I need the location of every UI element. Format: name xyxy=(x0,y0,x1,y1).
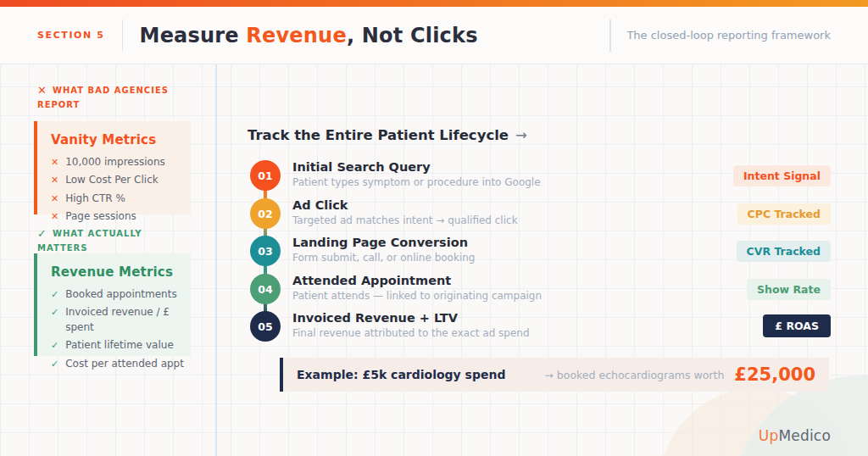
step-number-badge: 05 xyxy=(250,311,281,342)
step-description: Patient attends — linked to originating … xyxy=(292,290,542,302)
step-title: Ad Click xyxy=(292,198,518,212)
check-icon: ✓ xyxy=(51,288,58,302)
x-icon: ✕ xyxy=(37,84,47,97)
lifecycle-heading: Track the Entire Patient Lifecycle→ xyxy=(248,127,527,143)
page-title-highlight: Revenue xyxy=(246,24,347,47)
example-connector-text: → booked echocardiograms worth xyxy=(544,369,724,381)
badge-intent-signal: Intent Signal xyxy=(733,165,831,186)
vertical-guide-line xyxy=(215,64,217,456)
step-text: Initial Search Query Patient types sympt… xyxy=(292,160,541,188)
step-title: Initial Search Query xyxy=(292,160,541,174)
step-number-badge: 01 xyxy=(250,160,281,191)
header-divider xyxy=(122,19,123,52)
x-icon: ✕ xyxy=(51,210,58,224)
step-description: Patient types symptom or procedure into … xyxy=(292,176,541,188)
lifecycle-heading-text: Track the Entire Patient Lifecycle xyxy=(248,127,509,143)
header-subtitle-divider xyxy=(609,19,611,52)
timeline-step-1: 01 Initial Search Query Patient types sy… xyxy=(250,160,541,191)
list-item-label: Booked appointments xyxy=(65,287,176,302)
step-title: Invoiced Revenue + LTV xyxy=(292,311,530,325)
top-accent-bar xyxy=(0,0,868,7)
timeline-step-3: 03 Landing Page Conversion Form submit, … xyxy=(250,236,475,266)
logo: UpMedico xyxy=(759,427,831,444)
step-description: Form submit, call, or online booking xyxy=(292,252,475,264)
x-icon: ✕ xyxy=(51,174,58,187)
step-text: Attended Appointment Patient attends — l… xyxy=(292,274,542,302)
badge-show-rate: Show Rate xyxy=(747,279,831,300)
list-item-label: Invoiced revenue / £ spent xyxy=(65,305,184,335)
step-text: Invoiced Revenue + LTV Final revenue att… xyxy=(292,311,530,339)
revenue-metrics-box: Revenue Metrics ✓Booked appointments ✓In… xyxy=(34,253,191,356)
bad-agencies-caption-text: WHAT BAD AGENCIES REPORT xyxy=(37,86,169,109)
timeline-step-4: 04 Attended Appointment Patient attends … xyxy=(250,274,542,304)
revenue-metrics-title: Revenue Metrics xyxy=(51,264,184,280)
logo-up: Up xyxy=(759,427,779,444)
list-item-label: Patient lifetime value xyxy=(65,338,174,353)
check-icon: ✓ xyxy=(37,227,47,240)
list-item-label: Low Cost Per Click xyxy=(65,173,158,187)
badge-cpc-tracked: CPC Tracked xyxy=(737,203,831,225)
example-value: £25,000 xyxy=(734,364,815,385)
step-number-badge: 03 xyxy=(250,236,281,266)
list-item: ✓Booked appointments xyxy=(51,287,184,302)
step-title: Attended Appointment xyxy=(292,274,542,287)
step-text: Ad Click Targeted ad matches intent → qu… xyxy=(292,198,518,226)
header: SECTION 5 Measure Revenue, Not Clicks Th… xyxy=(0,7,868,64)
step-number-badge: 02 xyxy=(250,198,281,229)
example-bar: Example: £5k cardiology spend → booked e… xyxy=(280,358,829,392)
badge-cvr-tracked: CVR Tracked xyxy=(737,241,831,262)
timeline-step-5: 05 Invoiced Revenue + LTV Final revenue … xyxy=(250,311,530,342)
vanity-metrics-box: Vanity Metrics ✕10,000 impressions ✕Low … xyxy=(34,121,191,214)
vanity-metrics-title: Vanity Metrics xyxy=(51,132,184,147)
check-icon: ✓ xyxy=(51,358,58,371)
section-label: SECTION 5 xyxy=(37,30,105,41)
list-item: ✓Invoiced revenue / £ spent xyxy=(51,305,184,335)
page-title-pre: Measure xyxy=(140,24,247,47)
slide: SECTION 5 Measure Revenue, Not Clicks Th… xyxy=(0,0,868,456)
example-title: Example: £5k cardiology spend xyxy=(297,368,505,381)
arrow-right-icon: → xyxy=(515,127,527,143)
actually-matters-caption: ✓WHAT ACTUALLY MATTERS xyxy=(37,226,180,254)
step-number-badge: 04 xyxy=(250,274,281,304)
vanity-metrics-list: ✕10,000 impressions ✕Low Cost Per Click … xyxy=(51,155,184,225)
page-title-post: , Not Clicks xyxy=(347,24,478,47)
step-title: Landing Page Conversion xyxy=(292,236,475,249)
actually-matters-caption-text: WHAT ACTUALLY MATTERS xyxy=(37,229,142,253)
check-icon: ✓ xyxy=(51,306,58,335)
step-text: Landing Page Conversion Form submit, cal… xyxy=(292,236,475,264)
timeline-step-2: 02 Ad Click Targeted ad matches intent →… xyxy=(250,198,518,229)
check-icon: ✓ xyxy=(51,339,58,353)
page-title: Measure Revenue, Not Clicks xyxy=(140,24,478,47)
badge-roas: £ ROAS xyxy=(763,314,831,337)
list-item-label: High CTR % xyxy=(65,192,125,206)
step-description: Targeted ad matches intent → qualified c… xyxy=(292,214,518,226)
list-item: ✓Cost per attended appt xyxy=(51,357,184,371)
x-icon: ✕ xyxy=(51,192,58,206)
list-item-label: Page sessions xyxy=(65,209,136,224)
logo-medico: Medico xyxy=(778,427,831,444)
header-right: The closed-loop reporting framework xyxy=(609,19,831,52)
bad-agencies-caption: ✕WHAT BAD AGENCIES REPORT xyxy=(37,83,180,111)
header-subtitle: The closed-loop reporting framework xyxy=(626,29,831,42)
list-item: ✕Page sessions xyxy=(51,209,184,224)
list-item: ✕10,000 impressions xyxy=(51,155,184,170)
list-item-label: Cost per attended appt xyxy=(65,357,184,371)
x-icon: ✕ xyxy=(51,156,58,170)
list-item: ✕High CTR % xyxy=(51,192,184,206)
list-item: ✕Low Cost Per Click xyxy=(51,173,184,187)
step-description: Final revenue attributed to the exact ad… xyxy=(292,327,530,339)
revenue-metrics-list: ✓Booked appointments ✓Invoiced revenue /… xyxy=(51,287,184,371)
list-item: ✓Patient lifetime value xyxy=(51,338,184,353)
list-item-label: 10,000 impressions xyxy=(65,155,165,170)
